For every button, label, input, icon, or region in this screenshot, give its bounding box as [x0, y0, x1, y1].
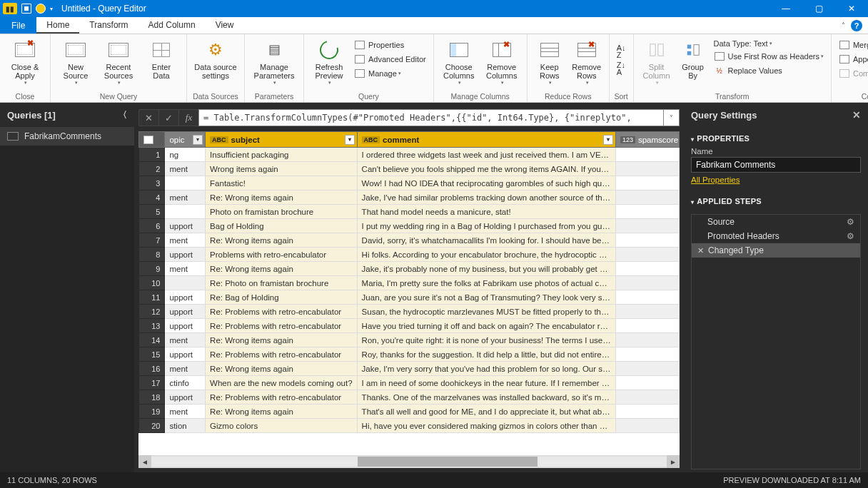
advanced-editor-button[interactable]: Advanced Editor [351, 53, 429, 66]
cell-spamscore[interactable] [615, 290, 679, 305]
combine-files-button[interactable]: Combine Files [836, 67, 868, 80]
cell-comment[interactable]: Susan, the hydrocoptic marzlevanes MUST … [357, 305, 615, 319]
column-header-spamscore[interactable]: 123spamscore [615, 132, 679, 148]
table-row[interactable]: 1ngInsufficient packagingI ordered three… [139, 148, 680, 162]
cell-spamscore[interactable] [615, 162, 679, 176]
cell-topic[interactable]: ment [165, 362, 206, 376]
column-header-topic[interactable]: opic▾ [165, 132, 206, 148]
table-row[interactable]: 17ctinfoWhen are the new models coming o… [139, 376, 680, 390]
applied-step[interactable]: Promoted Headers⚙ [692, 229, 860, 243]
cell-topic[interactable]: upport [165, 290, 206, 305]
replace-values-button[interactable]: ½Replace Values [711, 64, 827, 77]
cell-subject[interactable]: When are the new models coming out? [206, 376, 358, 390]
filter-dropdown-icon[interactable]: ▾ [345, 135, 355, 145]
scroll-right-icon[interactable]: ► [667, 455, 680, 468]
choose-columns-button[interactable]: Choose Columns▾ [438, 36, 480, 86]
table-row[interactable]: 2mentWrong items againCan't believe you … [139, 162, 680, 176]
tab-transform[interactable]: Transform [79, 17, 138, 34]
sort-desc-button[interactable]: Z↓A [614, 61, 629, 77]
cell-subject[interactable]: Re: Wrong items again [206, 190, 358, 205]
manage-parameters-button[interactable]: ▤Manage Parameters▾ [249, 36, 299, 86]
cell-spamscore[interactable] [615, 419, 679, 433]
formula-expand-icon[interactable]: ˅ [664, 109, 680, 126]
table-row[interactable]: 19mentRe: Wrong items againThat's all we… [139, 405, 680, 419]
cell-topic[interactable]: upport [165, 219, 206, 233]
cell-topic[interactable]: upport [165, 390, 206, 405]
table-row[interactable]: 11upportRe: Bag of HoldingJuan, are you … [139, 290, 680, 305]
enter-data-button[interactable]: Enter Data [141, 36, 182, 80]
filter-dropdown-icon[interactable]: ▾ [193, 135, 203, 145]
cell-spamscore[interactable] [615, 390, 679, 405]
tab-view[interactable]: View [206, 17, 244, 34]
table-row[interactable]: 12upportRe: Problems with retro-encabula… [139, 305, 680, 319]
row-number[interactable]: 2 [139, 162, 165, 176]
formula-cancel-icon[interactable]: ✕ [138, 109, 158, 126]
row-number[interactable]: 1 [139, 148, 165, 162]
gear-icon[interactable]: ⚙ [847, 217, 854, 227]
cell-spamscore[interactable] [615, 362, 679, 376]
cell-subject[interactable]: Re: Problems with retro-encabulator [206, 390, 358, 405]
column-header-comment[interactable]: ABCcomment▾ [357, 132, 615, 148]
applied-step[interactable]: ✕Changed Type [692, 243, 860, 258]
applied-steps-header[interactable]: ▾APPLIED STEPS [691, 193, 861, 208]
row-number[interactable]: 14 [139, 333, 165, 347]
split-column-button[interactable]: Split Column▾ [638, 36, 675, 86]
cell-topic[interactable] [165, 176, 206, 190]
cell-topic[interactable]: ment [165, 333, 206, 347]
remove-columns-button[interactable]: ✖Remove Columns▾ [481, 36, 523, 86]
collapse-queries-icon[interactable]: 〈 [118, 109, 127, 121]
row-number[interactable]: 3 [139, 176, 165, 190]
row-number[interactable]: 16 [139, 362, 165, 376]
row-number[interactable]: 7 [139, 233, 165, 248]
gear-icon[interactable]: ⚙ [847, 231, 854, 241]
feedback-icon[interactable] [36, 4, 46, 14]
row-number[interactable]: 8 [139, 248, 165, 262]
row-number[interactable]: 9 [139, 262, 165, 276]
formula-input[interactable] [198, 109, 664, 126]
cell-subject[interactable]: Re: Problems with retro-encabulator [206, 305, 358, 319]
cell-subject[interactable]: Re: Bag of Holding [206, 290, 358, 305]
cell-subject[interactable]: Re: Wrong items again [206, 333, 358, 347]
cell-subject[interactable]: Re: Wrong items again [206, 405, 358, 419]
cell-subject[interactable]: Re: Wrong items again [206, 362, 358, 376]
cell-subject[interactable]: Re: Wrong items again [206, 233, 358, 248]
cell-subject[interactable]: Gizmo colors [206, 419, 358, 433]
data-type-button[interactable]: Data Type: Text▾ [711, 39, 827, 49]
cell-spamscore[interactable] [615, 347, 679, 362]
filter-dropdown-icon[interactable]: ▾ [603, 135, 613, 145]
cell-topic[interactable]: ment [165, 233, 206, 248]
cell-spamscore[interactable] [615, 262, 679, 276]
qat-dropdown-icon[interactable]: ▾ [50, 6, 53, 12]
tab-add-column[interactable]: Add Column [138, 17, 206, 34]
table-row[interactable]: 14mentRe: Wrong items againRon, you're q… [139, 333, 680, 347]
scroll-left-icon[interactable]: ◄ [138, 455, 151, 468]
minimize-button[interactable]: — [769, 0, 802, 17]
append-queries-button[interactable]: Append Queries▾ [836, 53, 868, 66]
applied-step[interactable]: Source⚙ [692, 215, 860, 229]
cell-topic[interactable]: ment [165, 262, 206, 276]
cell-topic[interactable]: ctinfo [165, 376, 206, 390]
recent-sources-button[interactable]: Recent Sources▾ [98, 36, 139, 86]
row-number[interactable]: 20 [139, 419, 165, 433]
cell-spamscore[interactable] [615, 176, 679, 190]
help-icon[interactable]: ? [851, 20, 862, 31]
cell-comment[interactable]: Wow! I had NO IDEA that reciprocating ga… [357, 176, 615, 190]
cell-topic[interactable]: ment [165, 190, 206, 205]
cell-comment[interactable]: Jake, it's probably none of my business,… [357, 262, 615, 276]
cell-spamscore[interactable] [615, 248, 679, 262]
first-row-headers-button[interactable]: Use First Row as Headers▾ [711, 50, 827, 63]
row-number[interactable]: 18 [139, 390, 165, 405]
properties-section-header[interactable]: ▾PROPERTIES [691, 130, 861, 146]
row-number[interactable]: 13 [139, 319, 165, 333]
table-row[interactable]: 6upportBag of HoldingI put my wedding ri… [139, 219, 680, 233]
cell-spamscore[interactable] [615, 148, 679, 162]
cell-comment[interactable]: I put my wedding ring in a Bag of Holdin… [357, 219, 615, 233]
cell-topic[interactable] [165, 276, 206, 290]
cell-comment[interactable]: Jake, I'm very sorry that you've had thi… [357, 362, 615, 376]
cell-topic[interactable]: upport [165, 248, 206, 262]
cell-comment[interactable]: I am in need of some doohickeys in the n… [357, 376, 615, 390]
row-number[interactable]: 11 [139, 290, 165, 305]
cell-subject[interactable]: Photo on framistan brochure [206, 205, 358, 219]
cell-comment[interactable]: That hand model needs a manicure, stat! [357, 205, 615, 219]
column-header-subject[interactable]: ABCsubject▾ [206, 132, 358, 148]
